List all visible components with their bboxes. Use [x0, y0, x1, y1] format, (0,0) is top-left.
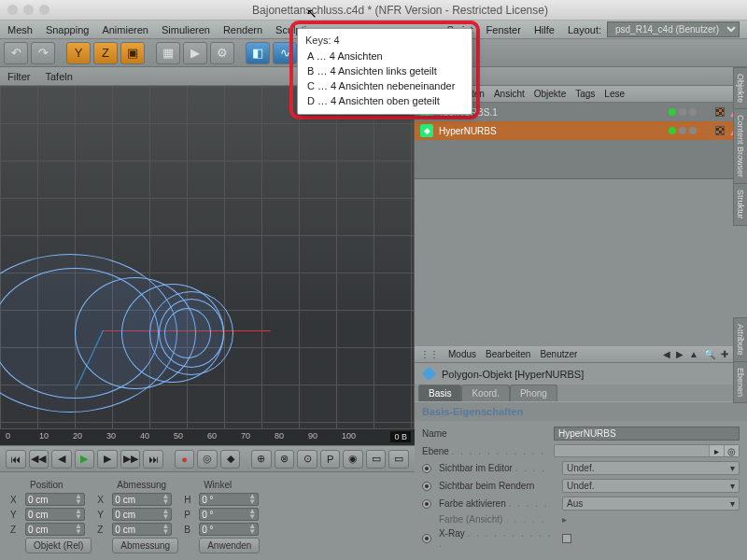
attribute-section-header: Basis-Eigenschaften: [415, 401, 747, 421]
layout-label: Layout:: [568, 24, 601, 35]
ang-b-input[interactable]: 0 °▲▼: [199, 523, 259, 536]
tab-basis[interactable]: Basis: [418, 385, 461, 401]
radio-color-enable[interactable]: [422, 499, 431, 509]
rot-key-button[interactable]: ⊗: [275, 450, 295, 469]
prop-color-enable-select[interactable]: Aus▾: [562, 497, 740, 511]
dim-y-input[interactable]: 0 cm▲▼: [112, 508, 172, 521]
popup-item-b[interactable]: B … 4 Ansichten links geteilt: [303, 63, 466, 78]
layer-target-icon[interactable]: ◎: [724, 445, 739, 456]
cube-icon[interactable]: ▣: [120, 42, 145, 64]
pos-key-button[interactable]: ⊕: [251, 450, 272, 469]
ang-h-input[interactable]: 0 °▲▼: [199, 493, 259, 506]
pos-z-input[interactable]: 0 cm▲▼: [25, 523, 85, 536]
nav-back-icon[interactable]: ◀: [663, 349, 670, 359]
menu-simulieren[interactable]: Simulieren: [162, 24, 210, 35]
nav-fwd-icon[interactable]: ▶: [676, 349, 684, 359]
primitive-cube-icon[interactable]: ◧: [246, 42, 270, 64]
scale-key-button[interactable]: ⊙: [297, 450, 317, 469]
maximize-icon[interactable]: [39, 5, 49, 15]
nav-up-icon[interactable]: ▲: [689, 349, 698, 359]
abmessung-button[interactable]: Abmessung: [112, 538, 178, 553]
pla-key-button[interactable]: ◉: [343, 450, 363, 469]
dim-x-input[interactable]: 0 cm▲▼: [112, 493, 172, 506]
attribute-tabs: Basis Koord. Phong: [415, 385, 747, 401]
attr-menu-bearbeiten[interactable]: Bearbeiten: [486, 349, 530, 359]
autokey-button[interactable]: ◎: [197, 450, 218, 469]
prop-layer-strip[interactable]: ▸◎: [554, 444, 740, 457]
attr-menu-modus[interactable]: Modus: [448, 349, 476, 359]
close-icon[interactable]: [7, 5, 18, 15]
radio-xray[interactable]: [422, 534, 431, 543]
prop-name-input[interactable]: [554, 427, 740, 441]
render-button[interactable]: ▶: [183, 42, 207, 64]
om-menu-ansicht[interactable]: Ansicht: [494, 89, 525, 99]
record-button[interactable]: ●: [175, 450, 195, 469]
dim-z-input[interactable]: 0 cm▲▼: [112, 523, 172, 536]
col-winkel: Winkel: [196, 478, 262, 492]
timeline-ruler[interactable]: 0 10 20 30 40 50 60 70 80 90 100 0 B: [0, 428, 415, 445]
anwenden-button[interactable]: Anwenden: [199, 538, 260, 553]
goto-end-button[interactable]: ⏭: [143, 450, 163, 469]
popup-item-d[interactable]: D … 4 Ansichten oben geteilt: [303, 93, 466, 108]
keys-popup[interactable]: Keys: 4 A … 4 Ansichten B … 4 Ansichten …: [297, 28, 472, 115]
anim-button[interactable]: ▭: [366, 450, 387, 469]
render-view-button[interactable]: ▦: [156, 42, 180, 64]
texture-tag-icon[interactable]: [715, 126, 725, 135]
prev-frame-button[interactable]: ◀: [51, 450, 72, 469]
tab-koord[interactable]: Koord.: [461, 385, 509, 401]
object-row-selected[interactable]: ◆ HyperNURBS: [415, 121, 747, 140]
play-button[interactable]: ▶: [75, 450, 95, 469]
subbar-filter[interactable]: Filter: [7, 71, 30, 82]
om-menu-objekte[interactable]: Objekte: [534, 89, 566, 99]
menu-hilfe[interactable]: Hilfe: [534, 24, 555, 35]
layout-select[interactable]: psd_R14_c4d (Benutzer): [607, 21, 740, 37]
window-controls[interactable]: [7, 5, 49, 15]
prev-key-button[interactable]: ◀◀: [29, 450, 49, 469]
minimize-icon[interactable]: [23, 5, 34, 15]
texture-tag-icon[interactable]: [715, 107, 725, 117]
menu-animieren[interactable]: Animieren: [102, 24, 148, 35]
xray-checkbox[interactable]: [562, 534, 571, 543]
object-rel-button[interactable]: Objekt (Rel): [25, 538, 92, 553]
axis-y-button[interactable]: Y: [66, 42, 91, 64]
render-settings-button[interactable]: ⚙: [210, 42, 234, 64]
attr-menu-benutzer[interactable]: Benutzer: [540, 349, 577, 359]
side-tabs: Objekte Content Browser Struktur: [733, 67, 747, 225]
sidetab-content-browser[interactable]: Content Browser: [733, 108, 747, 184]
menu-snapping[interactable]: Snapping: [46, 24, 90, 35]
sidetab-ebenen[interactable]: Ebenen: [733, 361, 747, 403]
layer-picker-icon[interactable]: ▸: [709, 445, 724, 456]
om-menu-lese[interactable]: Lese: [604, 89, 625, 99]
prop-vis-render-select[interactable]: Undef.▾: [562, 479, 740, 493]
popup-item-a[interactable]: A … 4 Ansichten: [303, 49, 466, 63]
keyframe-button[interactable]: ◆: [220, 450, 241, 469]
param-key-button[interactable]: P: [320, 450, 341, 469]
viewport-3d[interactable]: [0, 86, 415, 428]
om-menu-tags[interactable]: Tags: [575, 89, 595, 99]
pos-y-input[interactable]: 0 cm▲▼: [25, 508, 85, 521]
sidetab-attribute[interactable]: Attribute: [733, 317, 747, 362]
popup-item-c[interactable]: C … 4 Ansichten nebeneinander: [303, 78, 466, 93]
tab-phong[interactable]: Phong: [510, 385, 557, 401]
menu-mesh[interactable]: Mesh: [7, 24, 33, 35]
goto-start-button[interactable]: ⏮: [6, 450, 26, 469]
next-key-button[interactable]: ▶▶: [120, 450, 141, 469]
next-frame-button[interactable]: ▶: [97, 450, 118, 469]
anim2-button[interactable]: ▭: [388, 450, 409, 469]
spline-icon[interactable]: ∿: [273, 42, 297, 64]
radio-vis-render[interactable]: [422, 482, 431, 491]
pos-x-input[interactable]: 0 cm▲▼: [25, 493, 85, 506]
axis-z-button[interactable]: Z: [93, 42, 118, 64]
prop-vis-editor-select[interactable]: Undef.▾: [562, 461, 740, 475]
menu-fenster[interactable]: Fenster: [486, 24, 521, 35]
subbar-tafeln[interactable]: Tafeln: [45, 71, 72, 82]
redo-button[interactable]: ↷: [31, 42, 55, 64]
sidetab-struktur[interactable]: Struktur: [733, 183, 747, 226]
radio-vis-editor[interactable]: [422, 464, 431, 473]
search-icon[interactable]: 🔍: [704, 349, 715, 359]
sidetab-objekte[interactable]: Objekte: [733, 67, 747, 109]
menu-rendern[interactable]: Rendern: [223, 24, 262, 35]
new-icon[interactable]: ✚: [721, 349, 728, 359]
undo-button[interactable]: ↶: [4, 42, 28, 64]
ang-p-input[interactable]: 0 °▲▼: [199, 508, 259, 521]
